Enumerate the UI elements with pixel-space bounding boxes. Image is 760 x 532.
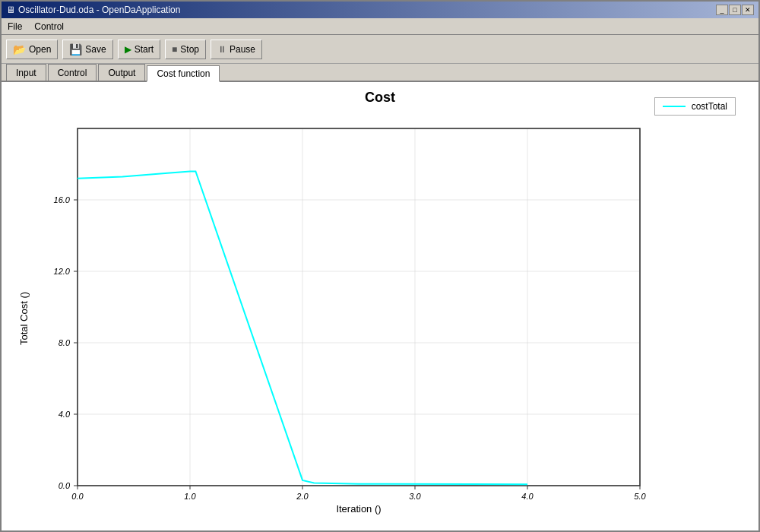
- legend-label: costTotal: [692, 101, 727, 112]
- title-bar-controls: _ □ ✕: [716, 5, 754, 15]
- start-button[interactable]: Start: [118, 40, 160, 59]
- ytick-16: 16.0: [54, 195, 71, 204]
- menu-bar: File Control: [2, 18, 758, 35]
- xtick-0: 0.0: [71, 492, 84, 501]
- x-axis-label: Iteration (): [336, 503, 381, 515]
- ytick-4: 4.0: [59, 410, 71, 419]
- chart-legend: costTotal: [654, 97, 736, 116]
- tab-input[interactable]: Input: [6, 64, 46, 81]
- ytick-12: 12.0: [54, 267, 71, 276]
- pause-button[interactable]: Pause: [211, 40, 262, 59]
- plot-area: [78, 128, 640, 486]
- menu-control[interactable]: Control: [31, 21, 67, 33]
- minimize-button[interactable]: _: [716, 5, 728, 15]
- app-window: 🖥 Oscillator-Dud.oda - OpenDaApplication…: [0, 0, 760, 532]
- window-title: Oscillator-Dud.oda - OpenDaApplication: [18, 5, 180, 15]
- pause-icon: [217, 44, 226, 55]
- main-content: Cost costTotal Total Cost () Iteration (…: [2, 82, 758, 530]
- title-bar-left: 🖥 Oscillator-Dud.oda - OpenDaApplication: [6, 5, 180, 15]
- start-icon: [125, 44, 131, 55]
- tab-control[interactable]: Control: [48, 64, 97, 81]
- chart-svg: Total Cost () Iteration (): [17, 113, 686, 516]
- maximize-button[interactable]: □: [729, 5, 741, 15]
- open-icon: [13, 43, 26, 55]
- chart-container: Cost costTotal Total Cost () Iteration (…: [9, 90, 751, 523]
- chart-title: Cost: [9, 90, 751, 106]
- save-icon: [69, 43, 82, 55]
- app-icon: 🖥: [6, 5, 15, 15]
- tab-bar: Input Control Output Cost function: [2, 64, 758, 82]
- save-button[interactable]: Save: [62, 40, 112, 59]
- xtick-5: 5.0: [634, 492, 646, 501]
- ytick-0: 0.0: [59, 481, 71, 490]
- pause-label: Pause: [230, 44, 255, 55]
- xtick-3: 3.0: [409, 492, 421, 501]
- start-label: Start: [135, 44, 154, 55]
- xtick-4: 4.0: [521, 492, 534, 501]
- xtick-1: 1.0: [184, 492, 196, 501]
- save-label: Save: [85, 44, 106, 55]
- title-bar: 🖥 Oscillator-Dud.oda - OpenDaApplication…: [2, 2, 758, 18]
- tab-cost-function[interactable]: Cost function: [147, 65, 220, 82]
- stop-button[interactable]: Stop: [165, 40, 206, 59]
- xtick-2: 2.0: [296, 492, 309, 501]
- tab-output[interactable]: Output: [98, 64, 145, 81]
- y-axis-label: Total Cost (): [18, 292, 30, 345]
- toolbar: Open Save Start Stop Pause: [2, 35, 758, 64]
- stop-label: Stop: [180, 44, 199, 55]
- stop-icon: [172, 44, 177, 55]
- menu-file[interactable]: File: [5, 21, 25, 33]
- ytick-8: 8.0: [59, 338, 71, 347]
- legend-line: [663, 106, 686, 107]
- open-button[interactable]: Open: [6, 40, 58, 59]
- open-label: Open: [29, 44, 51, 55]
- close-button[interactable]: ✕: [742, 5, 754, 15]
